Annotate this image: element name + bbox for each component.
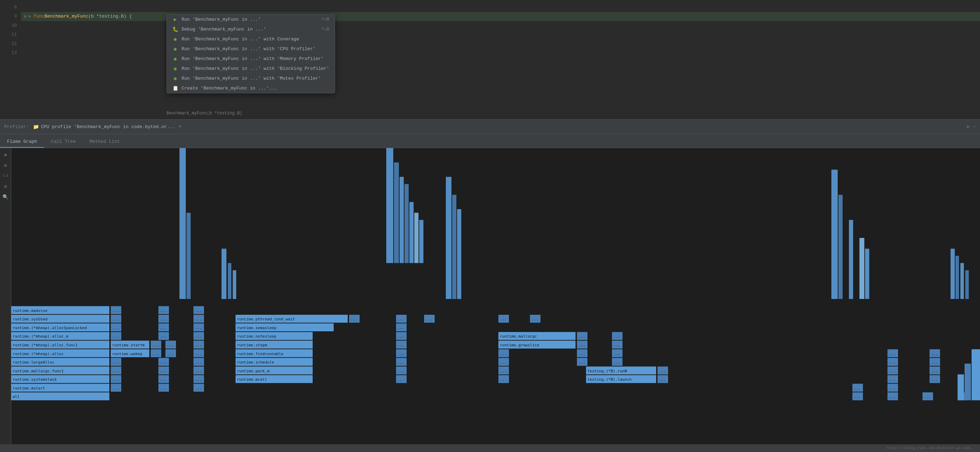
- svg-text:runtime.mstart: runtime.mstart: [13, 386, 45, 391]
- svg-text:runtime.sysUsed: runtime.sysUsed: [13, 317, 47, 321]
- svg-text:...: ...: [195, 326, 202, 330]
- svg-text:...: ...: [152, 343, 159, 347]
- menu-item-debug[interactable]: 🐛 Debug 'Benchmark_myFunc in ...' ^⇧D: [167, 24, 335, 34]
- cpu-profiler-icon: ◉: [172, 46, 178, 51]
- svg-text:...: ...: [613, 360, 620, 365]
- shortcut-run: ^⇧R: [322, 17, 329, 22]
- coverage-icon: ◉: [172, 36, 178, 42]
- menu-item-run[interactable]: ▶ Run 'Benchmark_myFunc in ...' ^⇧R: [167, 14, 335, 24]
- menu-item-memory-profiler[interactable]: ◉ Run 'Benchmark_myFunc in ...' with 'Me…: [167, 54, 335, 64]
- svg-rect-21: [951, 249, 955, 299]
- menu-item-cpu-profiler[interactable]: ◉ Run 'Benchmark_myFunc in ...' with 'CP…: [167, 44, 335, 54]
- svg-text:...: ...: [924, 395, 931, 399]
- profiler-tab[interactable]: 📁 CPU profile 'Benchmark_myFunc in code.…: [33, 124, 181, 130]
- svg-rect-8: [399, 177, 404, 263]
- svg-text:runtime.notesleep: runtime.notesleep: [237, 334, 277, 339]
- svg-rect-22: [956, 256, 959, 299]
- minimize-icon[interactable]: —: [973, 124, 976, 129]
- svg-text:runtime.madvise: runtime.madvise: [13, 308, 48, 313]
- svg-text:...: ...: [160, 369, 167, 374]
- svg-text:...: ...: [112, 308, 119, 313]
- svg-rect-2: [186, 212, 191, 299]
- line-number: 9: [0, 12, 17, 21]
- svg-text:...: ...: [531, 317, 538, 321]
- svg-text:...: ...: [398, 351, 404, 356]
- code-line-10: [21, 21, 980, 30]
- svg-text:...: ...: [167, 343, 174, 347]
- memory-profiler-icon: ◉: [172, 56, 178, 61]
- run-gutter-icon[interactable]: ▶: [29, 12, 32, 21]
- svg-text:...: ...: [195, 369, 202, 374]
- profiler-section: Profiler: 📁 CPU profile 'Benchmark_myFun…: [0, 119, 980, 452]
- profiler-tab-name: CPU profile 'Benchmark_myFunc in code.by…: [41, 124, 175, 129]
- svg-rect-14: [452, 195, 457, 299]
- svg-rect-17: [838, 195, 843, 299]
- menu-item-coverage[interactable]: ◉ Run 'Benchmark_myFunc in ...' with Cov…: [167, 34, 335, 44]
- svg-text:...: ...: [613, 343, 620, 347]
- controls-sidebar: ⊕ ⊖ 1:1 ⊙ 🔍: [0, 148, 11, 452]
- context-menu: ▶ Run 'Benchmark_myFunc in ...' ^⇧R 🐛 De…: [167, 14, 335, 93]
- svg-rect-216: [964, 364, 971, 400]
- reset-zoom-button[interactable]: 1:1: [2, 172, 10, 180]
- code-line-12: [21, 39, 980, 48]
- svg-text:...: ...: [931, 377, 938, 382]
- svg-text:...: ...: [931, 369, 938, 374]
- menu-item-label: Run 'Benchmark_myFunc in ...' with 'Bloc…: [181, 66, 329, 71]
- svg-text:...: ...: [160, 334, 167, 339]
- svg-text:...: ...: [195, 334, 202, 339]
- svg-rect-12: [419, 220, 423, 263]
- svg-rect-4: [228, 263, 231, 299]
- tab-flame-graph[interactable]: Flame Graph: [0, 136, 44, 148]
- tab-call-tree[interactable]: Call Tree: [44, 136, 83, 148]
- svg-text:...: ...: [195, 343, 202, 347]
- mutex-profiler-icon: ◉: [172, 75, 178, 81]
- svg-text:...: ...: [659, 377, 666, 382]
- svg-text:...: ...: [931, 351, 938, 356]
- svg-text:runtime.(*mheap).alloc: runtime.(*mheap).alloc: [13, 351, 64, 356]
- svg-rect-5: [233, 270, 236, 299]
- menu-item-blocking-profiler[interactable]: ◉ Run 'Benchmark_myFunc in ...' with 'Bl…: [167, 64, 335, 73]
- svg-text:...: ...: [195, 360, 202, 365]
- svg-rect-15: [457, 209, 461, 299]
- svg-text:...: ...: [931, 360, 938, 365]
- zoom-out-button[interactable]: ⊖: [2, 161, 10, 169]
- svg-text:...: ...: [659, 369, 666, 374]
- svg-rect-6: [386, 148, 393, 263]
- svg-text:runtime.mallocgc: runtime.mallocgc: [500, 334, 537, 339]
- svg-text:runtime.semasleep: runtime.semasleep: [237, 326, 277, 330]
- svg-text:...: ...: [889, 377, 896, 382]
- menu-item-label: Run 'Benchmark_myFunc in ...' with 'CPU …: [181, 46, 315, 51]
- flame-svg: runtime.madvise ... ... ... runtime.sysU…: [11, 148, 980, 452]
- menu-item-mutex-profiler[interactable]: ◉ Run 'Benchmark_myFunc in ...' with 'Mu…: [167, 73, 335, 83]
- status-url: https://blog.csdn.net/byinter-wo-199...: [887, 446, 977, 450]
- svg-rect-24: [965, 270, 969, 299]
- tab-method-list[interactable]: Method List: [83, 136, 127, 148]
- zoom-in-button[interactable]: ⊕: [2, 151, 10, 159]
- svg-rect-201: [11, 392, 109, 401]
- profiler-content: Profiler: 📁 CPU profile 'Benchmark_myFun…: [0, 119, 980, 452]
- svg-text:...: ...: [160, 377, 167, 382]
- svg-text:...: ...: [500, 360, 507, 365]
- svg-text:...: ...: [889, 395, 896, 399]
- settings-icon[interactable]: ⚙: [967, 124, 969, 129]
- svg-text:...: ...: [195, 377, 202, 382]
- svg-text:testing.(*B).runN: testing.(*B).runN: [587, 369, 627, 374]
- shortcut-debug: ^⇧D: [322, 27, 329, 32]
- line-number: 11: [0, 30, 17, 39]
- search-button[interactable]: 🔍: [2, 193, 10, 201]
- svg-text:runtime.(*mheap).alloc.func1: runtime.(*mheap).alloc.func1: [13, 343, 78, 347]
- svg-rect-23: [960, 263, 964, 299]
- svg-text:...: ...: [889, 360, 896, 365]
- svg-text:...: ...: [398, 377, 404, 382]
- menu-item-label: Run 'Benchmark_myFunc in ...' with Cover…: [181, 37, 299, 42]
- function-hint: Benchmark_myFunc(b *testing.B): [167, 111, 242, 116]
- svg-text:...: ...: [160, 326, 167, 330]
- svg-text:runtime.wakep: runtime.wakep: [112, 351, 142, 356]
- svg-text:runtime.schedule: runtime.schedule: [237, 360, 274, 365]
- focus-button[interactable]: ⊙: [2, 182, 10, 190]
- svg-text:runtime.(*mheap).alloc_m: runtime.(*mheap).alloc_m: [13, 334, 68, 339]
- profiler-bar: Profiler: 📁 CPU profile 'Benchmark_myFun…: [0, 119, 980, 134]
- menu-item-create[interactable]: 📋 Create 'Benchmark_myFunc in ...'...: [167, 83, 335, 93]
- profiler-close-button[interactable]: ×: [178, 124, 181, 129]
- line-number: 13: [0, 48, 17, 57]
